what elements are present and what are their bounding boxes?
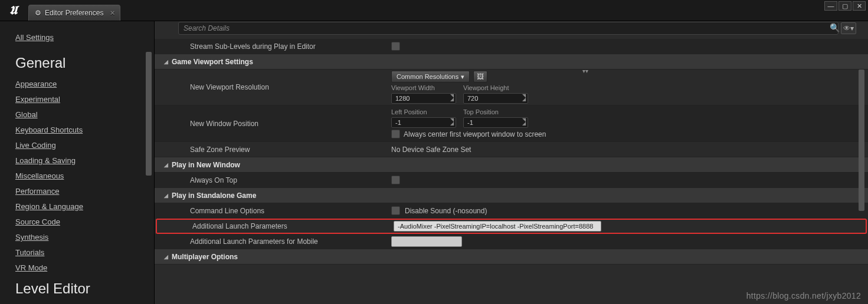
sidebar-item-performance[interactable]: Performance [15, 187, 140, 196]
label-disable-sound: Disable Sound (-nosound) [405, 207, 487, 215]
label-new-window-pos: New Window Position [155, 120, 388, 128]
search-placeholder: Search Details [184, 24, 230, 32]
content-panel: Search Details 🔍 👁▾ Stream Sub-Levels du… [155, 21, 868, 304]
visibility-button[interactable]: 👁▾ [841, 22, 856, 34]
value-safe-zone: No Device Safe Zone Set [391, 146, 471, 154]
sidebar-item-experimental[interactable]: Experimental [15, 95, 140, 104]
sidebar-all-settings[interactable]: All Settings [15, 33, 140, 42]
common-resolutions-dropdown[interactable]: Common Resolutions▾ [391, 71, 470, 82]
search-icon[interactable]: 🔍 [830, 23, 840, 32]
sidebar-item-tutorials[interactable]: Tutorials [15, 248, 140, 257]
watermark-text: https://blog.csdn.net/jxyb2012 [746, 291, 861, 300]
sidebar-item-source[interactable]: Source Code [15, 217, 140, 226]
viewport-height-input[interactable]: 720◥◢ [463, 93, 528, 104]
label-stream-sublevels: Stream Sub-Levels during Play in Editor [155, 42, 388, 51]
top-position-input[interactable]: -1◥◢ [463, 117, 528, 128]
sidebar-item-loading[interactable]: Loading & Saving [15, 156, 140, 165]
sidebar-item-livecoding[interactable]: Live Coding [15, 141, 140, 150]
checkbox-stream-sublevels[interactable] [391, 42, 400, 51]
additional-launch-mobile-input[interactable] [391, 236, 462, 247]
viewport-width-input[interactable]: 1280◥◢ [391, 93, 456, 104]
label-cmd-line: Command Line Options [155, 207, 388, 215]
highlighted-row: Additional Launch Parameters -AudioMixer… [156, 219, 867, 234]
checkbox-disable-sound[interactable] [391, 206, 400, 215]
additional-launch-input[interactable]: -AudioMixer -PixelStreamingIP=localhost … [394, 221, 601, 232]
sidebar-item-appearance[interactable]: Appearance [15, 80, 140, 88]
label-top-pos: Top Position [463, 108, 528, 115]
section-multiplayer[interactable]: ◢Multiplayer Options [155, 253, 238, 261]
sidebar-item-global[interactable]: Global [15, 110, 140, 119]
minimize-button[interactable]: — [824, 1, 837, 11]
label-viewport-height: Viewport Height [463, 84, 528, 91]
sidebar-item-region[interactable]: Region & Language [15, 202, 140, 211]
collapse-icon: ◢ [164, 193, 168, 199]
search-input[interactable]: Search Details [178, 22, 838, 35]
sidebar: All Settings General Appearance Experime… [0, 21, 155, 304]
label-additional-launch: Additional Launch Parameters [157, 222, 390, 230]
label-viewport-width: Viewport Width [391, 84, 456, 91]
image-icon-button[interactable]: 🖼 [473, 71, 487, 82]
sidebar-item-vrmode[interactable]: VR Mode [15, 263, 140, 272]
sidebar-heading-level-editor: Level Editor [15, 280, 140, 297]
collapse-icon: ◢ [164, 254, 168, 260]
chevron-down-icon[interactable]: ▾▾ [582, 68, 588, 74]
sidebar-scrollbar[interactable] [146, 52, 152, 176]
close-icon[interactable]: ✕ [110, 9, 115, 17]
content-scrollbar[interactable] [859, 70, 864, 211]
maximize-button[interactable]: ▢ [838, 1, 851, 11]
label-center-window: Always center first viewport window to s… [404, 130, 546, 138]
sidebar-item-synthesis[interactable]: Synthesis [15, 233, 140, 242]
collapse-icon: ◢ [164, 162, 168, 168]
tab-editor-preferences[interactable]: ⚙ Editor Preferences ✕ [28, 5, 120, 21]
left-position-input[interactable]: -1◥◢ [391, 117, 456, 128]
sliders-icon: ⚙ [35, 9, 41, 17]
close-button[interactable]: ✕ [853, 1, 866, 11]
checkbox-always-on-top[interactable] [391, 176, 400, 184]
sidebar-heading-general: General [15, 55, 140, 71]
tab-title: Editor Preferences [45, 9, 103, 17]
sidebar-item-keyboard[interactable]: Keyboard Shortcuts [15, 125, 140, 134]
label-always-on-top: Always On Top [155, 176, 388, 184]
label-new-viewport-res: New Viewport Resolution [155, 83, 388, 91]
section-play-new-window[interactable]: ◢Play in New Window [155, 161, 240, 169]
section-play-standalone[interactable]: ◢Play in Standalone Game [155, 191, 256, 200]
checkbox-center-window[interactable] [391, 130, 400, 138]
label-additional-launch-mobile: Additional Launch Parameters for Mobile [155, 237, 388, 246]
label-safe-zone: Safe Zone Preview [155, 146, 388, 154]
label-left-pos: Left Position [391, 108, 456, 115]
section-game-viewport[interactable]: ◢Game Viewport Settings [155, 58, 253, 66]
title-bar: 𝖀 ⚙ Editor Preferences ✕ — ▢ ✕ [0, 0, 868, 21]
collapse-icon: ◢ [164, 59, 168, 65]
unreal-logo: 𝖀 [0, 0, 26, 21]
sidebar-item-misc[interactable]: Miscellaneous [15, 171, 140, 180]
